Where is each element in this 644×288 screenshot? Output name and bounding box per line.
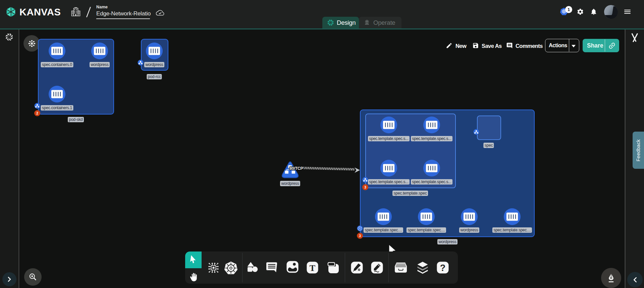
svg-text:80/TCP: 80/TCP — [289, 166, 303, 171]
svg-text:T: T — [310, 263, 315, 273]
svg-text:?: ? — [440, 263, 446, 273]
